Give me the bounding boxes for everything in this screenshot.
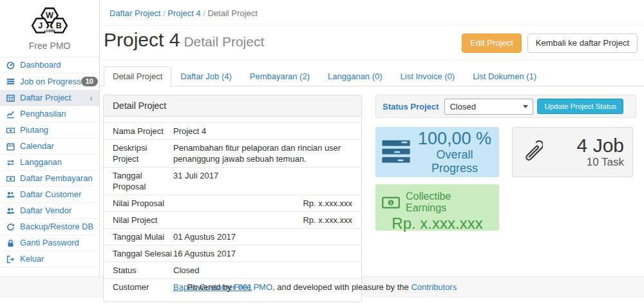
sidebar-menu: Dashboard Job on Progress 10 Daftar Proj… bbox=[0, 57, 99, 267]
contributors-link[interactable]: Contributors bbox=[411, 282, 457, 292]
breadcrumb-separator: / bbox=[201, 8, 208, 18]
sidebar-item-label: Penghasilan bbox=[20, 110, 66, 119]
jobs-text: 4 Job 10 Task bbox=[577, 135, 624, 169]
breadcrumb-separator: / bbox=[160, 8, 167, 18]
field-value: Closed bbox=[173, 265, 352, 276]
sidebar-item-label: Calendar bbox=[20, 142, 54, 151]
sidebar-item-label: Ganti Password bbox=[20, 238, 79, 247]
breadcrumb: Daftar Project / Project 4 / Detail Proj… bbox=[100, 0, 644, 26]
field-label: Tanggal Selesai bbox=[113, 248, 173, 259]
sidebar-item-daftar-project[interactable]: Daftar Project ‹ bbox=[0, 90, 99, 106]
breadcrumb-label[interactable]: Daftar Project bbox=[109, 8, 160, 18]
sidebar-item-calendar[interactable]: Calendar bbox=[0, 139, 99, 155]
refresh-icon bbox=[6, 222, 16, 231]
detail-table: Nama Project Project 4 Deskripsi Project… bbox=[104, 117, 361, 302]
sidebar-item-daftar-customer[interactable]: Daftar Customer bbox=[0, 187, 99, 203]
dashboard-icon bbox=[6, 61, 16, 70]
users-icon bbox=[6, 190, 16, 199]
overall-progress-box: 100,00 % Overall Progress bbox=[375, 127, 499, 177]
tab-list-invoice-0[interactable]: List Invoice (0) bbox=[392, 66, 464, 86]
page-title-text: Project 4 bbox=[104, 29, 180, 50]
back-to-project-list-button[interactable]: Kembali ke daftar Project bbox=[527, 34, 638, 53]
jobs-box: 4 Job 10 Task bbox=[512, 127, 633, 177]
sidebar-item-ganti-password[interactable]: Ganti Password bbox=[0, 235, 99, 251]
svg-text:1: 1 bbox=[390, 200, 393, 206]
sidebar-item-label: Daftar Project bbox=[20, 93, 71, 102]
free-pmo-app: W J B .com Free PMO Dashboard bbox=[0, 0, 644, 308]
sidebar-item-daftar-pembayaran[interactable]: Daftar Pembayaran bbox=[0, 171, 99, 187]
field-value: Rp. x.xxx.xxx bbox=[173, 198, 352, 209]
status-select-value: Closed bbox=[450, 102, 475, 111]
page-title: Project 4Detail Project bbox=[104, 29, 264, 53]
header-buttons: Edit Project Kembali ke daftar Project bbox=[462, 34, 638, 53]
sidebar-item-label: Backup/Restore DB bbox=[20, 222, 93, 231]
detail-row-status: Status Closed bbox=[104, 262, 361, 278]
field-value: 31 Juli 2017 bbox=[173, 170, 352, 192]
sidebar-item-daftar-vendor[interactable]: Daftar Vendor bbox=[0, 203, 99, 219]
tab-pembayaran-2[interactable]: Pembayaran (2) bbox=[241, 66, 319, 86]
field-label: Status bbox=[113, 265, 173, 276]
logo[interactable]: W J B .com Free PMO bbox=[0, 0, 99, 53]
money-icon bbox=[6, 174, 16, 183]
tab-list-dokumen-1[interactable]: List Dokumen (1) bbox=[464, 66, 545, 86]
main-content: Daftar Project / Project 4 / Detail Proj… bbox=[100, 0, 644, 276]
footer-text: , and developed with pleasure by the bbox=[272, 282, 411, 292]
sidebar-item-backup-restore-db[interactable]: Backup/Restore DB bbox=[0, 219, 99, 235]
footer-text: Powered by bbox=[187, 282, 234, 292]
calendar-icon bbox=[6, 142, 16, 151]
field-value: Penambahan fitur pelaporan dan rincian u… bbox=[173, 142, 352, 164]
field-value: 16 Agustus 2017 bbox=[173, 248, 352, 259]
tab-bar: Detail Project Daftar Job (4) Pembayaran… bbox=[100, 61, 644, 86]
earnings-header: 1 Collectibe Earnings bbox=[382, 191, 493, 214]
free-pmo-link[interactable]: Free PMO bbox=[234, 282, 272, 292]
update-project-status-button[interactable]: Update Project Status bbox=[537, 99, 623, 114]
progress-label: Overall Progress bbox=[417, 148, 493, 175]
sidebar-item-piutang[interactable]: Piutang bbox=[0, 122, 99, 139]
field-label: Nilai Proposal bbox=[113, 198, 173, 209]
field-value: Project 4 bbox=[173, 126, 352, 137]
tasks-icon bbox=[6, 77, 16, 86]
stats-row: 100,00 % Overall Progress 4 bbox=[375, 127, 636, 177]
tab-label: Daftar Job (4) bbox=[171, 66, 240, 86]
chevron-left-icon: ‹ bbox=[90, 95, 93, 101]
sidebar-item-label: Job on Progress bbox=[20, 77, 81, 86]
detail-row-nilai-proposal: Nilai Proposal Rp. x.xxx.xxx bbox=[104, 195, 361, 211]
sidebar-item-langganan[interactable]: Langganan bbox=[0, 155, 99, 171]
svg-text:J: J bbox=[38, 21, 43, 30]
svg-text:B: B bbox=[56, 21, 62, 30]
tasks-icon bbox=[382, 140, 410, 164]
earnings-value: Rp. x.xxx.xxx bbox=[382, 215, 493, 233]
sidebar-item-keluar[interactable]: Keluar bbox=[0, 251, 99, 267]
retweet-icon bbox=[6, 158, 16, 167]
edit-project-button[interactable]: Edit Project bbox=[462, 34, 521, 53]
svg-text:W: W bbox=[46, 11, 53, 20]
progress-value: 100,00 % bbox=[417, 129, 493, 148]
earnings-label: Collectibe Earnings bbox=[406, 191, 493, 214]
detail-row-nama-project: Nama Project Project 4 bbox=[104, 122, 361, 139]
breadcrumb-item-detail-project: Detail Project bbox=[207, 8, 257, 18]
detail-row-tanggal-selesai: Tanggal Selesai 16 Agustus 2017 bbox=[104, 245, 361, 262]
sign-out-icon bbox=[6, 255, 16, 264]
tab-langganan-0[interactable]: Langganan (0) bbox=[319, 66, 392, 86]
tab-detail-project[interactable]: Detail Project bbox=[104, 66, 171, 86]
sidebar: W J B .com Free PMO Dashboard bbox=[0, 0, 100, 276]
sidebar-item-dashboard[interactable]: Dashboard bbox=[0, 57, 99, 73]
breadcrumb-label[interactable]: Project 4 bbox=[167, 8, 200, 18]
sidebar-item-label: Daftar Vendor bbox=[20, 206, 71, 215]
tab-label: Pembayaran (2) bbox=[241, 66, 319, 86]
money-icon: 1 bbox=[382, 197, 400, 209]
sidebar-item-label: Dashboard bbox=[20, 61, 61, 70]
tab-label: List Invoice (0) bbox=[392, 66, 464, 86]
breadcrumb-label: Detail Project bbox=[207, 8, 257, 18]
detail-row-deskripsi-project: Deskripsi Project Penambahan fitur pelap… bbox=[104, 139, 361, 167]
tab-daftar-job-4[interactable]: Daftar Job (4) bbox=[171, 66, 240, 86]
sidebar-item-penghasilan[interactable]: Penghasilan bbox=[0, 106, 99, 122]
right-column: Status Project Closed Update Project Sta… bbox=[375, 95, 636, 231]
field-label: Tanggal Proposal bbox=[113, 170, 173, 192]
tasks-value: 10 Task bbox=[577, 156, 624, 169]
field-label: Nama Project bbox=[113, 126, 173, 137]
status-select[interactable]: Closed bbox=[444, 99, 533, 115]
field-label: Tanggal Mulai bbox=[113, 231, 173, 242]
sidebar-item-job-on-progress[interactable]: Job on Progress 10 bbox=[0, 73, 99, 90]
jobs-value: 4 Job bbox=[577, 135, 624, 156]
